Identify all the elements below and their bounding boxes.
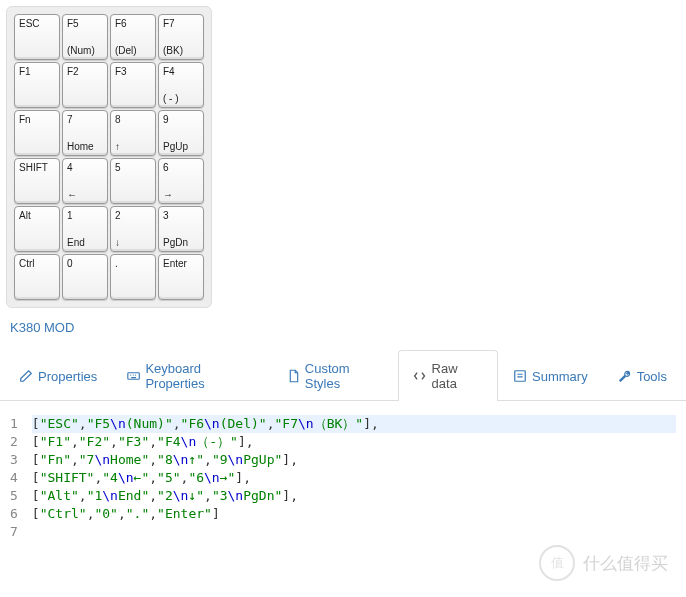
svg-rect-0	[128, 373, 139, 380]
key-top-label: Ctrl	[19, 258, 55, 269]
keyboard-layout: ESCF5(Num)F6(Del)F7(BK)F1F2F3F4( - )Fn7H…	[6, 6, 212, 308]
key-bottom-label: ↓	[115, 237, 151, 248]
tab-label: Keyboard Properties	[145, 361, 256, 391]
code-icon	[413, 369, 426, 383]
key-bottom-label: Home	[67, 141, 103, 152]
line-number: 7	[10, 523, 18, 541]
line-gutter: 1234567	[10, 415, 32, 541]
key-top-label: F3	[115, 66, 151, 77]
key[interactable]: 5	[110, 158, 156, 204]
key-top-label: 7	[67, 114, 103, 125]
key[interactable]: 3PgDn	[158, 206, 204, 252]
key-top-label: F6	[115, 18, 151, 29]
key-top-label: F5	[67, 18, 103, 29]
key[interactable]: F7(BK)	[158, 14, 204, 60]
line-number: 4	[10, 469, 18, 487]
key-bottom-label: (BK)	[163, 45, 199, 56]
line-number: 5	[10, 487, 18, 505]
key[interactable]: 1End	[62, 206, 108, 252]
code-line: ["SHIFT","4\n←","5","6\n→"],	[32, 469, 676, 487]
watermark: 值 什么值得买	[539, 545, 668, 555]
line-number: 2	[10, 433, 18, 451]
key-bottom-label: ↑	[115, 141, 151, 152]
key[interactable]: Fn	[14, 110, 60, 156]
code-line	[32, 523, 676, 541]
key[interactable]: F6(Del)	[110, 14, 156, 60]
wrench-icon	[618, 369, 632, 383]
document-icon	[287, 369, 300, 383]
watermark-icon: 值	[539, 545, 575, 555]
key-bottom-label: ←	[67, 189, 103, 200]
key[interactable]: 4←	[62, 158, 108, 204]
line-number: 1	[10, 415, 18, 433]
key-bottom-label: PgDn	[163, 237, 199, 248]
key[interactable]: SHIFT	[14, 158, 60, 204]
raw-data-editor[interactable]: 1234567 ["ESC","F5\n(Num)","F6\n(Del)","…	[10, 415, 676, 541]
svg-rect-1	[515, 371, 526, 382]
key[interactable]: 0	[62, 254, 108, 300]
tab-properties[interactable]: Properties	[4, 350, 112, 401]
key-top-label: Enter	[163, 258, 199, 269]
key[interactable]: 7Home	[62, 110, 108, 156]
key-top-label: 1	[67, 210, 103, 221]
line-number: 3	[10, 451, 18, 469]
tab-tools[interactable]: Tools	[603, 350, 682, 401]
key-bottom-label: →	[163, 189, 199, 200]
tab-label: Properties	[38, 369, 97, 384]
code-line: ["Alt","1\nEnd","2\n↓","3\nPgDn"],	[32, 487, 676, 505]
tabs-bar: Properties Keyboard Properties Custom St…	[0, 349, 686, 401]
key[interactable]: 8↑	[110, 110, 156, 156]
pencil-icon	[19, 369, 33, 383]
key-top-label: 3	[163, 210, 199, 221]
tab-keyboard-properties[interactable]: Keyboard Properties	[112, 350, 271, 401]
code-content[interactable]: ["ESC","F5\n(Num)","F6\n(Del)","F7\n（BK）…	[32, 415, 676, 541]
key[interactable]: F3	[110, 62, 156, 108]
key[interactable]: Ctrl	[14, 254, 60, 300]
key[interactable]: F2	[62, 62, 108, 108]
key-top-label: F2	[67, 66, 103, 77]
key[interactable]: 2↓	[110, 206, 156, 252]
key-top-label: 8	[115, 114, 151, 125]
key-bottom-label: ( - )	[163, 93, 199, 104]
key[interactable]: ESC	[14, 14, 60, 60]
key-bottom-label: PgUp	[163, 141, 199, 152]
key-top-label: SHIFT	[19, 162, 55, 173]
tab-label: Tools	[637, 369, 667, 384]
code-line: ["ESC","F5\n(Num)","F6\n(Del)","F7\n（BK）…	[32, 415, 676, 433]
tab-label: Custom Styles	[305, 361, 384, 391]
key[interactable]: F1	[14, 62, 60, 108]
layout-name[interactable]: K380 MOD	[10, 320, 676, 335]
key[interactable]: Enter	[158, 254, 204, 300]
key-top-label: 0	[67, 258, 103, 269]
watermark-text: 什么值得买	[583, 552, 668, 556]
key[interactable]: 9PgUp	[158, 110, 204, 156]
list-icon	[513, 369, 527, 383]
code-line: ["Ctrl","0",".","Enter"]	[32, 505, 676, 523]
key-bottom-label: (Num)	[67, 45, 103, 56]
key-top-label: 4	[67, 162, 103, 173]
key-top-label: .	[115, 258, 151, 269]
key[interactable]: Alt	[14, 206, 60, 252]
key-top-label: 2	[115, 210, 151, 221]
key-bottom-label: (Del)	[115, 45, 151, 56]
tab-label: Raw data	[432, 361, 483, 391]
tab-summary[interactable]: Summary	[498, 350, 603, 401]
tab-label: Summary	[532, 369, 588, 384]
key[interactable]: .	[110, 254, 156, 300]
key[interactable]: F5(Num)	[62, 14, 108, 60]
line-number: 6	[10, 505, 18, 523]
key-top-label: F4	[163, 66, 199, 77]
key-top-label: 6	[163, 162, 199, 173]
code-line: ["F1","F2","F3","F4\n（-）"],	[32, 433, 676, 451]
key[interactable]: F4( - )	[158, 62, 204, 108]
key-top-label: 9	[163, 114, 199, 125]
tab-raw-data[interactable]: Raw data	[398, 350, 498, 401]
key-top-label: F7	[163, 18, 199, 29]
key-bottom-label: End	[67, 237, 103, 248]
tab-custom-styles[interactable]: Custom Styles	[272, 350, 399, 401]
key-top-label: Alt	[19, 210, 55, 221]
code-line: ["Fn","7\nHome","8\n↑","9\nPgUp"],	[32, 451, 676, 469]
key[interactable]: 6→	[158, 158, 204, 204]
keyboard-icon	[127, 369, 140, 383]
key-top-label: F1	[19, 66, 55, 77]
